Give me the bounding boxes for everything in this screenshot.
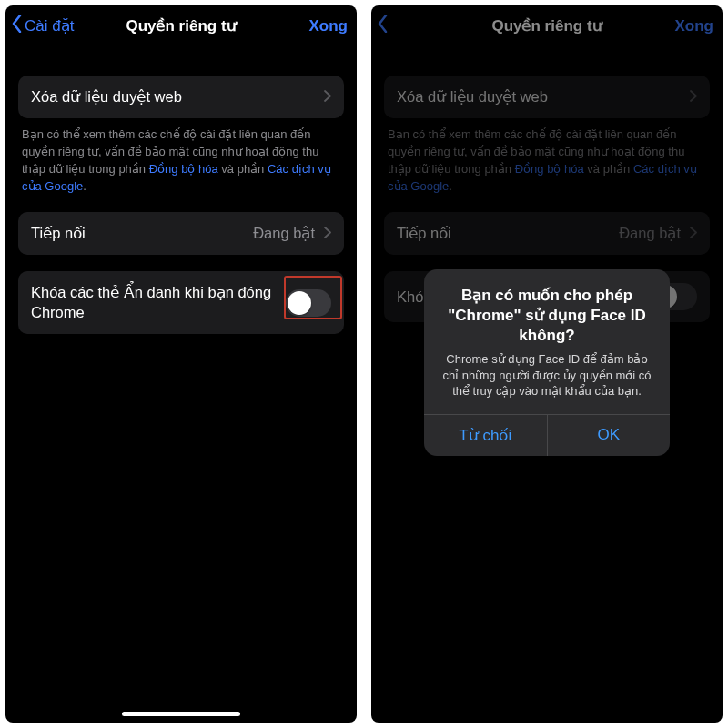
handoff-row[interactable]: Tiếp nối Đang bật: [18, 212, 344, 255]
home-indicator: [122, 712, 240, 716]
alert-title: Bạn có muốn cho phép "Chrome" sử dụng Fa…: [439, 286, 655, 346]
row-label: Khóa các thẻ Ẩn danh khi bạn đóng Chrome: [31, 283, 277, 322]
faceid-permission-alert: Bạn có muốn cho phép "Chrome" sử dụng Fa…: [424, 269, 670, 456]
row-value: Đang bật: [253, 225, 315, 242]
alert-body: Bạn có muốn cho phép "Chrome" sử dụng Fa…: [424, 269, 670, 414]
ok-button[interactable]: OK: [547, 415, 671, 456]
sync-link[interactable]: Đồng bộ hóa: [149, 162, 218, 176]
content: Xóa dữ liệu duyệt web Bạn có thể xem thê…: [5, 50, 357, 334]
lock-incognito-row: Khóa các thẻ Ẩn danh khi bạn đóng Chrome: [18, 271, 344, 334]
desc-suffix: .: [83, 179, 86, 193]
alert-buttons: Từ chối OK: [424, 414, 670, 456]
phone-left: Cài đặt Quyền riêng tư Xong Xóa dữ liệu …: [5, 5, 357, 723]
chevron-right-icon: [324, 226, 331, 242]
description-text: Bạn có thể xem thêm các chế độ cài đặt l…: [18, 118, 344, 195]
row-label: Tiếp nối: [31, 224, 244, 243]
row-label: Xóa dữ liệu duyệt web: [31, 87, 315, 106]
back-button[interactable]: Cài đặt: [11, 15, 74, 37]
desc-mid: và phần: [218, 162, 268, 176]
lock-incognito-toggle[interactable]: [286, 289, 331, 317]
nav-bar: Cài đặt Quyền riêng tư Xong: [5, 5, 357, 50]
deny-button[interactable]: Từ chối: [424, 415, 547, 456]
back-label: Cài đặt: [25, 16, 74, 35]
toggle-knob: [288, 291, 311, 315]
clear-browsing-data-row[interactable]: Xóa dữ liệu duyệt web: [18, 76, 344, 118]
phone-right: Cài đặt Quyền riêng tư Xong Xóa dữ liệu …: [371, 5, 723, 723]
chevron-right-icon: [324, 89, 331, 106]
done-button[interactable]: Xong: [309, 17, 349, 35]
chevron-left-icon: [11, 15, 23, 37]
alert-message: Chrome sử dụng Face ID để đảm bảo chỉ nh…: [439, 351, 655, 399]
